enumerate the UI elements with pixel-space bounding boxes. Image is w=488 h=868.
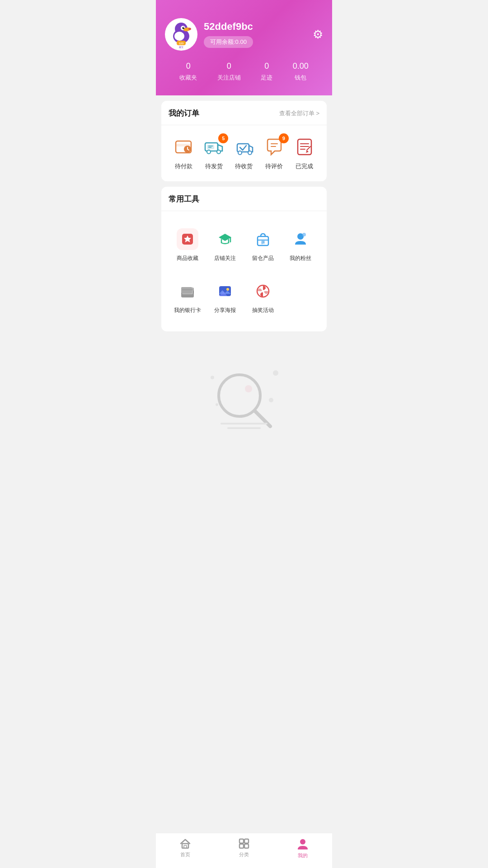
order-pending-payment[interactable]: 待付款 <box>173 136 194 170</box>
svg-point-18 <box>207 150 211 154</box>
graduation-icon <box>214 228 236 250</box>
tools-header: 常用工具 <box>169 194 319 211</box>
pending-shipment-icon-wrap: 5 <box>203 136 225 158</box>
tool-my-fans[interactable]: 我的粉丝 <box>282 222 320 269</box>
view-all-orders-link[interactable]: 查看全部订单 > <box>279 109 319 118</box>
settings-icon[interactable]: ⚙ <box>313 28 323 42</box>
tool-my-bankcard[interactable]: 我的银行卡 <box>169 274 206 321</box>
bottom-nav: 首页 分类 我的 <box>156 833 332 868</box>
svg-point-50 <box>226 288 229 291</box>
tool-my-fans-label: 我的粉丝 <box>290 255 311 262</box>
lottery-icon <box>252 280 274 302</box>
pending-review-icon-wrap: 9 <box>263 136 285 158</box>
person-active-icon <box>296 838 309 850</box>
tool-warehouse-products-label: 留仓产品 <box>252 255 274 262</box>
completed-icon-wrap <box>294 136 315 158</box>
tool-store-follow-label: 店铺关注 <box>214 255 236 262</box>
pending-review-label: 待评价 <box>265 162 283 170</box>
tool-product-favorites[interactable]: 商品收藏 <box>169 222 206 269</box>
tool-empty <box>282 274 320 321</box>
home-icon <box>179 838 191 849</box>
svg-point-58 <box>245 385 252 392</box>
svg-point-55 <box>273 370 278 376</box>
svg-rect-67 <box>239 844 244 848</box>
svg-point-19 <box>217 150 221 154</box>
svg-rect-65 <box>239 839 244 843</box>
order-completed[interactable]: 已完成 <box>294 136 315 170</box>
svg-rect-20 <box>207 145 214 149</box>
svg-text:123: 123 <box>179 42 184 45</box>
tool-share-poster-label: 分享海报 <box>214 307 236 314</box>
stat-followed-stores-label: 关注店铺 <box>217 74 241 82</box>
svg-point-25 <box>248 151 252 155</box>
order-pending-receipt[interactable]: 待收货 <box>233 136 255 170</box>
pending-payment-icon-wrap <box>173 136 194 158</box>
stat-followed-stores[interactable]: 0 关注店铺 <box>217 61 241 82</box>
svg-rect-66 <box>244 839 249 843</box>
stat-wallet-value: 0.00 <box>293 61 309 71</box>
svg-point-8 <box>174 32 184 41</box>
pending-payment-icon <box>174 137 193 156</box>
nav-category-label: 分类 <box>239 851 249 858</box>
nav-mine[interactable]: 我的 <box>273 838 332 859</box>
balance-badge[interactable]: 可用余额:0.00 <box>204 36 253 48</box>
header-section: 123 趣宝 52ddef9bc 可用余额:0.00 ⚙ 0 收藏夹 0 关注店… <box>156 0 332 95</box>
svg-point-53 <box>262 290 264 292</box>
magnifier-illustration <box>203 364 285 432</box>
username: 52ddef9bc <box>204 21 253 33</box>
star-icon <box>177 228 198 250</box>
stats-row: 0 收藏夹 0 关注店铺 0 足迹 0.00 钱包 <box>165 61 323 82</box>
person-icon <box>290 228 311 250</box>
svg-point-24 <box>238 151 242 155</box>
svg-point-57 <box>216 403 218 406</box>
svg-text:趣宝: 趣宝 <box>179 46 183 48</box>
nav-category[interactable]: 分类 <box>215 838 273 859</box>
empty-state <box>156 337 332 450</box>
order-pending-review[interactable]: 9 待评价 <box>263 136 285 170</box>
svg-rect-68 <box>244 844 249 848</box>
order-pending-shipment[interactable]: 5 待发货 <box>203 136 225 170</box>
user-info: 123 趣宝 52ddef9bc 可用余额:0.00 <box>165 18 253 51</box>
tools-grid-row1: 商品收藏 店铺关注 拼 <box>169 218 319 272</box>
svg-point-69 <box>300 839 305 844</box>
svg-marker-35 <box>219 234 231 241</box>
svg-point-56 <box>269 398 273 402</box>
stat-followed-stores-value: 0 <box>227 61 231 71</box>
stat-favorites-value: 0 <box>186 61 191 71</box>
pending-receipt-icon-wrap <box>233 136 255 158</box>
tools-grid-row2: 我的银行卡 分享海报 <box>169 272 319 324</box>
avatar[interactable]: 123 趣宝 <box>165 18 197 51</box>
tool-lottery[interactable]: 抽奖活动 <box>244 274 282 321</box>
stat-footprints-value: 0 <box>264 61 269 71</box>
orders-title: 我的订单 <box>169 108 199 118</box>
stat-favorites-label: 收藏夹 <box>179 74 197 82</box>
bag-icon: 拼 <box>252 228 274 250</box>
nav-home[interactable]: 首页 <box>156 838 215 859</box>
svg-rect-47 <box>182 289 193 290</box>
orders-divider <box>161 125 327 125</box>
svg-rect-23 <box>237 144 249 152</box>
stat-footprints-label: 足迹 <box>261 74 272 82</box>
stat-wallet[interactable]: 0.00 钱包 <box>293 61 309 82</box>
tool-product-favorites-label: 商品收藏 <box>177 255 198 262</box>
pending-review-badge: 9 <box>279 133 289 143</box>
tools-divider <box>161 211 327 211</box>
tools-card: 常用工具 商品收藏 店铺关注 <box>161 187 327 331</box>
nav-home-label: 首页 <box>180 851 190 858</box>
svg-line-32 <box>307 146 310 150</box>
tool-warehouse-products[interactable]: 拼 留仓产品 <box>244 222 282 269</box>
stat-favorites[interactable]: 0 收藏夹 <box>179 61 197 82</box>
stat-footprints[interactable]: 0 足迹 <box>261 61 272 82</box>
orders-header: 我的订单 查看全部订单 > <box>169 108 319 125</box>
pending-shipment-badge: 5 <box>218 133 228 143</box>
completed-icon <box>295 137 314 156</box>
pending-payment-label: 待付款 <box>175 162 192 170</box>
svg-point-5 <box>183 27 184 28</box>
card-icon <box>177 280 198 302</box>
svg-text:拼: 拼 <box>261 241 265 245</box>
tool-share-poster[interactable]: 分享海报 <box>206 274 244 321</box>
tools-title: 常用工具 <box>169 194 199 204</box>
stat-wallet-label: 钱包 <box>295 74 306 82</box>
pending-receipt-label: 待收货 <box>235 162 253 170</box>
tool-store-follow[interactable]: 店铺关注 <box>206 222 244 269</box>
